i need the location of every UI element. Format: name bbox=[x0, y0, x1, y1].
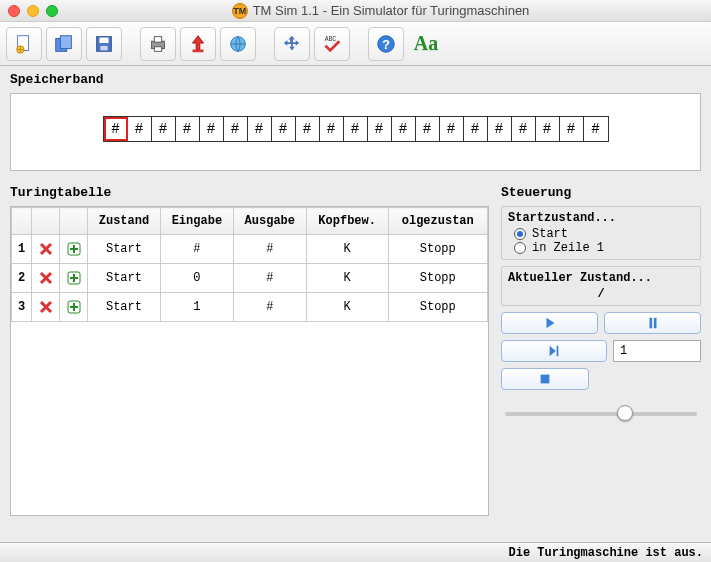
tape-cell[interactable]: # bbox=[488, 117, 512, 141]
play-button[interactable] bbox=[501, 312, 598, 334]
svg-rect-19 bbox=[653, 318, 656, 329]
add-row-button[interactable] bbox=[60, 293, 88, 322]
start-state-label: Startzustand... bbox=[508, 211, 694, 225]
tape-cell[interactable]: # bbox=[128, 117, 152, 141]
table-header: Ausgabe bbox=[233, 208, 306, 235]
table-header bbox=[12, 208, 32, 235]
add-row-button[interactable] bbox=[60, 264, 88, 293]
status-text: Die Turingmaschine ist aus. bbox=[509, 546, 703, 560]
radio-start[interactable]: Start bbox=[514, 227, 694, 241]
stop-button[interactable] bbox=[501, 368, 589, 390]
minimize-icon[interactable] bbox=[27, 5, 39, 17]
delete-row-button[interactable] bbox=[32, 293, 60, 322]
font-button[interactable]: Aa bbox=[408, 27, 444, 61]
row-number: 1 bbox=[12, 235, 32, 264]
table-header: Eingabe bbox=[160, 208, 233, 235]
cell-eingabe[interactable]: 1 bbox=[160, 293, 233, 322]
cell-zustand[interactable]: Start bbox=[88, 293, 161, 322]
tape-cell[interactable]: # bbox=[296, 117, 320, 141]
tape-cell[interactable]: # bbox=[584, 117, 608, 141]
cell-kopfbew[interactable]: K bbox=[306, 264, 388, 293]
web-button[interactable] bbox=[220, 27, 256, 61]
svg-rect-21 bbox=[541, 375, 550, 384]
pause-button[interactable] bbox=[604, 312, 701, 334]
titlebar: TM TM Sim 1.1 - Ein Simulator für Turing… bbox=[0, 0, 711, 22]
cell-zustand[interactable]: Start bbox=[88, 235, 161, 264]
control-section-title: Steuerung bbox=[501, 185, 701, 200]
cell-folgezustand[interactable]: Stopp bbox=[388, 235, 487, 264]
cell-eingabe[interactable]: 0 bbox=[160, 264, 233, 293]
tape-cell[interactable]: # bbox=[416, 117, 440, 141]
svg-rect-3 bbox=[60, 35, 71, 48]
start-state-group: Startzustand... Start in Zeile 1 bbox=[501, 206, 701, 260]
check-button[interactable]: ABC bbox=[314, 27, 350, 61]
save-button[interactable] bbox=[86, 27, 122, 61]
svg-rect-18 bbox=[649, 318, 652, 329]
table-header bbox=[60, 208, 88, 235]
cell-ausgabe[interactable]: # bbox=[233, 235, 306, 264]
radio-line1-label: in Zeile 1 bbox=[532, 241, 604, 255]
pdf-button[interactable] bbox=[180, 27, 216, 61]
svg-rect-5 bbox=[99, 37, 108, 43]
window-controls bbox=[8, 5, 58, 17]
row-number: 2 bbox=[12, 264, 32, 293]
tape-cell[interactable]: # bbox=[536, 117, 560, 141]
cell-eingabe[interactable]: # bbox=[160, 235, 233, 264]
tape-cell[interactable]: # bbox=[392, 117, 416, 141]
tape-cell[interactable]: # bbox=[512, 117, 536, 141]
cell-folgezustand[interactable]: Stopp bbox=[388, 264, 487, 293]
close-icon[interactable] bbox=[8, 5, 20, 17]
slider-thumb[interactable] bbox=[617, 405, 633, 421]
tape-section-title: Speicherband bbox=[10, 72, 701, 87]
radio-line1[interactable]: in Zeile 1 bbox=[514, 241, 694, 255]
tape-cell[interactable]: # bbox=[368, 117, 392, 141]
table-header: Kopfbew. bbox=[306, 208, 388, 235]
row-number: 3 bbox=[12, 293, 32, 322]
tape[interactable]: ##################### bbox=[103, 116, 609, 142]
table-row: 3Start1#KStopp bbox=[12, 293, 488, 322]
move-button[interactable] bbox=[274, 27, 310, 61]
tape-cell[interactable]: # bbox=[464, 117, 488, 141]
tape-cell[interactable]: # bbox=[344, 117, 368, 141]
svg-rect-9 bbox=[154, 46, 161, 51]
radio-icon bbox=[514, 228, 526, 240]
current-state-group: Aktueller Zustand... / bbox=[501, 266, 701, 306]
tape-cell[interactable]: # bbox=[224, 117, 248, 141]
tape-cell[interactable]: # bbox=[152, 117, 176, 141]
window-title-text: TM Sim 1.1 - Ein Simulator für Turingmas… bbox=[253, 3, 530, 18]
table-row: 1Start##KStopp bbox=[12, 235, 488, 264]
window-title: TM TM Sim 1.1 - Ein Simulator für Turing… bbox=[58, 3, 703, 19]
tape-cell[interactable]: # bbox=[176, 117, 200, 141]
speed-slider[interactable] bbox=[501, 402, 701, 426]
open-button[interactable] bbox=[46, 27, 82, 61]
tape-cell[interactable]: # bbox=[440, 117, 464, 141]
turing-table-panel: ZustandEingabeAusgabeKopfbew.olgezustan … bbox=[10, 206, 489, 516]
tape-cell[interactable]: # bbox=[320, 117, 344, 141]
svg-text:?: ? bbox=[382, 37, 390, 52]
print-button[interactable] bbox=[140, 27, 176, 61]
svg-rect-8 bbox=[154, 36, 161, 42]
cell-folgezustand[interactable]: Stopp bbox=[388, 293, 487, 322]
tape-cell[interactable]: # bbox=[104, 117, 128, 141]
cell-ausgabe[interactable]: # bbox=[233, 264, 306, 293]
add-row-button[interactable] bbox=[60, 235, 88, 264]
step-count-input[interactable] bbox=[613, 340, 701, 362]
table-header bbox=[32, 208, 60, 235]
tape-cell[interactable]: # bbox=[560, 117, 584, 141]
tape-cell[interactable]: # bbox=[248, 117, 272, 141]
help-button[interactable]: ? bbox=[368, 27, 404, 61]
radio-start-label: Start bbox=[532, 227, 568, 241]
cell-ausgabe[interactable]: # bbox=[233, 293, 306, 322]
tape-cell[interactable]: # bbox=[272, 117, 296, 141]
cell-kopfbew[interactable]: K bbox=[306, 293, 388, 322]
zoom-icon[interactable] bbox=[46, 5, 58, 17]
cell-kopfbew[interactable]: K bbox=[306, 235, 388, 264]
font-icon: Aa bbox=[414, 32, 438, 55]
cell-zustand[interactable]: Start bbox=[88, 264, 161, 293]
new-button[interactable] bbox=[6, 27, 42, 61]
tape-cell[interactable]: # bbox=[200, 117, 224, 141]
tape-panel: ##################### bbox=[10, 93, 701, 171]
delete-row-button[interactable] bbox=[32, 264, 60, 293]
step-button[interactable] bbox=[501, 340, 607, 362]
delete-row-button[interactable] bbox=[32, 235, 60, 264]
